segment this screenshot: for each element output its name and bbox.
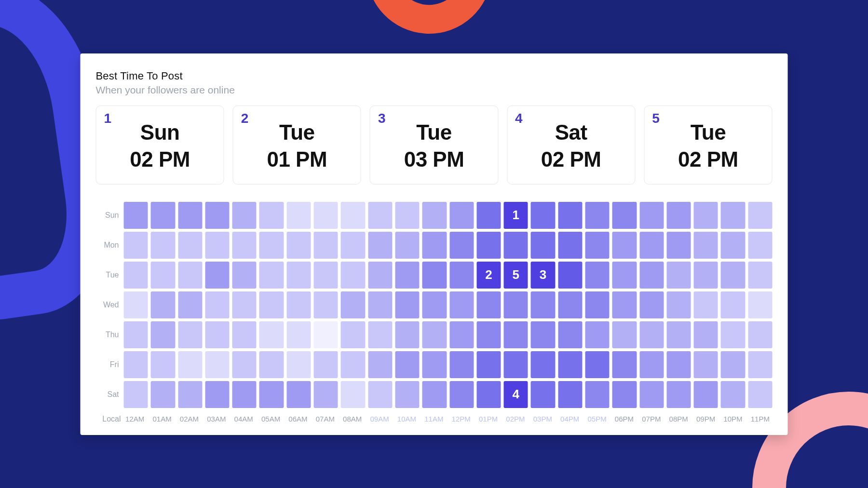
heatmap-cell[interactable] xyxy=(341,262,365,289)
heatmap-cell[interactable] xyxy=(721,202,745,229)
heatmap-cell[interactable] xyxy=(585,291,609,318)
heatmap-cell[interactable] xyxy=(232,321,257,348)
heatmap-cell[interactable] xyxy=(314,202,338,229)
heatmap-cell[interactable] xyxy=(422,262,447,289)
heatmap-cell[interactable] xyxy=(694,232,718,259)
heatmap-cell[interactable] xyxy=(259,381,284,408)
heatmap-cell[interactable] xyxy=(422,321,447,348)
heatmap-cell[interactable] xyxy=(232,351,257,378)
heatmap-cell[interactable] xyxy=(341,351,365,378)
heatmap-cell[interactable] xyxy=(449,291,474,318)
heatmap-cell[interactable] xyxy=(368,291,392,318)
heatmap-cell[interactable] xyxy=(612,232,637,259)
heatmap-cell[interactable] xyxy=(721,262,745,289)
heatmap-cell[interactable] xyxy=(341,381,365,408)
heatmap-cell[interactable] xyxy=(395,351,419,378)
heatmap-cell[interactable] xyxy=(124,321,148,348)
heatmap-cell[interactable] xyxy=(612,262,637,289)
heatmap-cell[interactable] xyxy=(314,351,338,378)
heatmap-cell[interactable] xyxy=(666,321,691,348)
heatmap-cell[interactable] xyxy=(259,232,284,259)
heatmap-cell[interactable] xyxy=(286,351,311,378)
heatmap-cell[interactable] xyxy=(694,381,718,408)
heatmap-cell[interactable] xyxy=(721,291,745,318)
heatmap-cell[interactable] xyxy=(151,202,175,229)
heatmap-cell[interactable] xyxy=(205,232,229,259)
heatmap-cell[interactable] xyxy=(178,321,202,348)
heatmap-cell[interactable] xyxy=(124,202,148,229)
heatmap-cell[interactable] xyxy=(721,381,745,408)
heatmap-cell[interactable] xyxy=(178,291,202,318)
heatmap-cell[interactable] xyxy=(585,232,609,259)
heatmap-cell[interactable] xyxy=(178,351,202,378)
heatmap-cell[interactable] xyxy=(422,351,447,378)
heatmap-cell[interactable] xyxy=(259,262,284,289)
heatmap-cell[interactable] xyxy=(151,381,175,408)
heatmap-cell[interactable] xyxy=(585,202,609,229)
heatmap-cell[interactable] xyxy=(531,291,555,318)
heatmap-cell[interactable]: 4 xyxy=(504,381,528,408)
rank-card-5[interactable]: 5 Tue 02 PM xyxy=(644,106,772,185)
heatmap-cell[interactable] xyxy=(449,321,474,348)
heatmap-cell[interactable] xyxy=(205,291,229,318)
heatmap-cell[interactable] xyxy=(259,321,284,348)
heatmap-cell[interactable] xyxy=(748,381,772,408)
heatmap-cell[interactable] xyxy=(666,291,691,318)
heatmap-cell[interactable] xyxy=(341,232,365,259)
heatmap-cell[interactable] xyxy=(531,381,555,408)
heatmap-cell[interactable] xyxy=(205,381,229,408)
heatmap-cell[interactable] xyxy=(639,291,664,318)
heatmap-cell[interactable] xyxy=(476,202,501,229)
heatmap-cell[interactable] xyxy=(585,321,609,348)
heatmap-cell[interactable] xyxy=(449,202,474,229)
heatmap-cell[interactable] xyxy=(259,202,284,229)
heatmap-cell[interactable]: 2 xyxy=(476,262,501,289)
heatmap-cell[interactable] xyxy=(639,321,664,348)
heatmap-cell[interactable] xyxy=(205,321,229,348)
heatmap-cell[interactable] xyxy=(395,291,419,318)
heatmap-cell[interactable] xyxy=(666,202,691,229)
heatmap-cell[interactable] xyxy=(531,321,555,348)
heatmap-cell[interactable] xyxy=(422,291,447,318)
heatmap-cell[interactable] xyxy=(639,381,664,408)
heatmap-cell[interactable] xyxy=(694,321,718,348)
heatmap-cell[interactable] xyxy=(694,262,718,289)
heatmap-cell[interactable] xyxy=(721,351,745,378)
heatmap-cell[interactable] xyxy=(694,291,718,318)
heatmap-cell[interactable] xyxy=(639,262,664,289)
heatmap-cell[interactable] xyxy=(314,291,338,318)
heatmap-cell[interactable] xyxy=(449,262,474,289)
heatmap-cell[interactable] xyxy=(639,202,664,229)
heatmap-cell[interactable] xyxy=(422,381,447,408)
heatmap-cell[interactable] xyxy=(395,262,419,289)
heatmap-cell[interactable] xyxy=(694,202,718,229)
heatmap-cell[interactable] xyxy=(395,202,419,229)
heatmap-cell[interactable] xyxy=(612,381,637,408)
heatmap-cell[interactable] xyxy=(504,321,528,348)
heatmap-cell[interactable] xyxy=(314,232,338,259)
heatmap-cell[interactable] xyxy=(449,381,474,408)
heatmap-cell[interactable] xyxy=(124,381,148,408)
heatmap-cell[interactable] xyxy=(232,202,257,229)
heatmap-cell[interactable] xyxy=(558,381,582,408)
heatmap-cell[interactable] xyxy=(748,291,772,318)
heatmap-cell[interactable] xyxy=(748,202,772,229)
heatmap-cell[interactable] xyxy=(205,351,229,378)
heatmap-cell[interactable] xyxy=(422,202,447,229)
heatmap-cell[interactable] xyxy=(666,381,691,408)
heatmap-cell[interactable] xyxy=(178,262,202,289)
heatmap-cell[interactable] xyxy=(612,291,637,318)
heatmap-cell[interactable] xyxy=(748,262,772,289)
heatmap-cell[interactable] xyxy=(585,351,609,378)
heatmap-cell[interactable] xyxy=(341,202,365,229)
heatmap-cell[interactable] xyxy=(504,232,528,259)
heatmap-cell[interactable] xyxy=(232,291,257,318)
heatmap-cell[interactable] xyxy=(666,351,691,378)
heatmap-cell[interactable] xyxy=(558,202,582,229)
heatmap-cell[interactable] xyxy=(585,381,609,408)
heatmap-cell[interactable] xyxy=(368,351,392,378)
heatmap-cell[interactable] xyxy=(748,351,772,378)
heatmap-cell[interactable] xyxy=(395,381,419,408)
heatmap-cell[interactable] xyxy=(259,291,284,318)
heatmap-cell[interactable] xyxy=(205,262,229,289)
